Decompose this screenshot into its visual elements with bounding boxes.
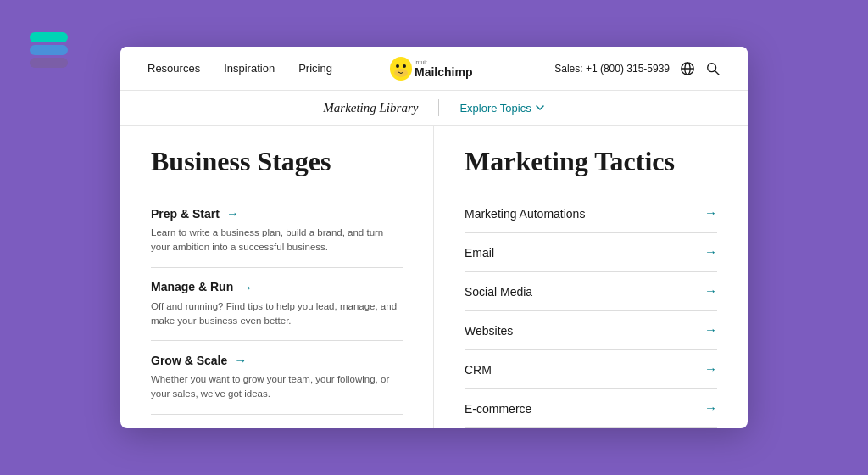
background-logo — [25, 25, 72, 72]
websites-item[interactable]: Websites → — [465, 311, 717, 350]
phone-number: Sales: +1 (800) 315-5939 — [554, 63, 670, 75]
ecommerce-item[interactable]: E-commerce → — [465, 389, 717, 428]
svg-point-12 — [708, 63, 716, 71]
crm-arrow: → — [704, 362, 717, 377]
prep-start-header[interactable]: Prep & Start → — [151, 206, 403, 221]
svg-rect-2 — [30, 58, 68, 68]
marketing-tactics-title: Marketing Tactics — [465, 146, 717, 177]
manage-run-desc: Off and running? Find tips to help you l… — [151, 299, 403, 329]
prep-start-desc: Learn to write a business plan, build a … — [151, 226, 403, 255]
svg-rect-0 — [30, 32, 68, 42]
nav-bar: Resources Inspiration Pricing intuit Mai… — [120, 47, 748, 91]
nav-inspiration[interactable]: Inspiration — [224, 62, 275, 75]
email-label: Email — [465, 246, 494, 260]
social-media-arrow: → — [704, 284, 717, 299]
ecommerce-arrow: → — [704, 401, 717, 416]
grow-scale-header[interactable]: Grow & Scale → — [151, 353, 403, 367]
grow-scale-arrow: → — [234, 353, 247, 367]
nav-pricing[interactable]: Pricing — [298, 62, 332, 75]
library-bar: Marketing Library Explore Topics — [120, 91, 748, 126]
chevron-down-icon — [535, 103, 545, 113]
nav-logo[interactable]: intuit Mailchimp — [387, 55, 481, 82]
marketing-automations-item[interactable]: Marketing Automations → — [465, 194, 717, 233]
prep-start-item[interactable]: Prep & Start → Learn to write a business… — [151, 194, 403, 268]
search-icon[interactable] — [705, 61, 721, 76]
marketing-automations-arrow: → — [704, 206, 717, 221]
email-item[interactable]: Email → — [465, 233, 717, 272]
social-media-item[interactable]: Social Media → — [465, 272, 717, 311]
svg-point-6 — [403, 64, 406, 68]
email-arrow: → — [704, 245, 717, 260]
nav-left: Resources Inspiration Pricing — [147, 62, 332, 75]
svg-text:Mailchimp: Mailchimp — [415, 65, 472, 79]
divider — [438, 99, 439, 116]
prep-start-arrow: → — [226, 206, 239, 221]
grow-scale-desc: Whether you want to grow your team, your… — [151, 372, 403, 402]
manage-run-arrow: → — [240, 280, 253, 294]
business-stages-title: Business Stages — [151, 146, 403, 177]
ecommerce-label: E-commerce — [465, 402, 531, 416]
crm-label: CRM — [465, 363, 492, 377]
library-title: Marketing Library — [323, 101, 418, 115]
social-media-label: Social Media — [465, 285, 532, 299]
svg-text:intuit: intuit — [415, 59, 427, 65]
globe-icon[interactable] — [680, 61, 695, 76]
marketing-automations-label: Marketing Automations — [465, 207, 585, 221]
crm-item[interactable]: CRM → — [465, 350, 717, 389]
websites-label: Websites — [465, 324, 513, 338]
svg-rect-1 — [30, 45, 68, 55]
browser-window: Resources Inspiration Pricing intuit Mai… — [120, 47, 748, 428]
grow-scale-item[interactable]: Grow & Scale → Whether you want to grow … — [151, 341, 403, 415]
svg-point-5 — [396, 64, 399, 68]
websites-arrow: → — [704, 323, 717, 338]
svg-line-13 — [715, 70, 720, 75]
main-content: Business Stages Prep & Start → Learn to … — [120, 126, 748, 428]
nav-resources[interactable]: Resources — [147, 62, 200, 75]
manage-run-header[interactable]: Manage & Run → — [151, 280, 403, 294]
business-stages-column: Business Stages Prep & Start → Learn to … — [120, 126, 434, 428]
nav-right: Sales: +1 (800) 315-5939 — [554, 61, 721, 76]
marketing-tactics-column: Marketing Tactics Marketing Automations … — [434, 126, 748, 428]
manage-run-item[interactable]: Manage & Run → Off and running? Find tip… — [151, 268, 403, 342]
explore-topics-button[interactable]: Explore Topics — [459, 102, 544, 115]
